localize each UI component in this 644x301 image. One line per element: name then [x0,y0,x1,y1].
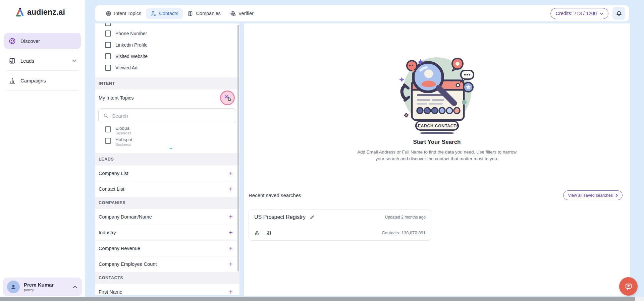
sidebar-item-label: Discover [20,38,40,44]
my-intent-topics-label: My Intent Topics [99,95,134,101]
tab-verifier[interactable]: Verifier [225,8,258,19]
cursor-pointer-icon [227,97,232,103]
top-navigation: Intent Topics Contacts Companies [95,5,629,21]
brand-name: audienz.ai [27,8,65,17]
view-all-saved-searches-button[interactable]: View all saved searches [563,190,623,200]
filter-panel-scrollbar[interactable] [237,25,239,272]
my-intent-topics-row[interactable]: My Intent Topics ✕ [95,89,239,106]
filter-row-company-domain-name[interactable]: Company Domain/Name + [95,209,239,225]
chevron-down-icon [600,12,603,15]
filter-row-company-employee-count[interactable]: Company Employee Count + [95,256,239,272]
clipped-checkbox-row [95,23,239,28]
checkbox-label: Visited Website [115,54,148,59]
checkbox[interactable] [105,65,111,71]
saved-search-card[interactable]: US Prospect Registry Updated 2 months ag… [249,209,431,241]
filter-row-contact-list[interactable]: Contact List + [95,181,239,197]
checkbox[interactable] [105,126,111,132]
sidebar-item-label: Leads [20,58,34,64]
filter-checkbox-phone-number[interactable]: Phone Number [95,28,239,39]
lock-open-icon[interactable] [254,230,260,236]
tab-intent-topics[interactable]: Intent Topics [101,8,146,19]
checkbox[interactable] [105,138,111,144]
filter-row-first-name[interactable]: First Name + [95,284,239,295]
plus-icon[interactable]: + [229,261,233,267]
divider [6,51,79,51]
filter-checkbox-linkedin-profile[interactable]: Linkedin Profile [95,39,239,51]
saved-search-contacts-count: Contacts: 138,870,891 [382,230,426,235]
section-header-contacts: CONTACTS [95,272,239,284]
main-content: SEARCH CONTACTS Start Your Search Add Em… [244,23,630,296]
chevron-down-icon [72,59,76,62]
sidebar-item-leads[interactable]: Leads [4,53,81,69]
filter-row-label: First Name [99,289,122,295]
filter-row-label: Company Domain/Name [99,214,152,220]
view-all-label: View all saved searches [568,193,613,198]
user-profile[interactable]: Prem Kumar portqii [3,278,82,296]
intent-search[interactable] [98,108,236,123]
bar-chart-icon [9,77,16,84]
notifications-button[interactable] [612,7,625,20]
svg-text:SEARCH CONTACTS: SEARCH CONTACTS [415,124,459,128]
grid-layout-icon[interactable] [266,230,271,236]
saved-searches-heading: Recent saved searches [249,192,301,198]
checkbox[interactable] [105,42,111,48]
tab-companies[interactable]: Companies [183,8,225,19]
filter-checkbox-viewed-ad[interactable]: Viewed Ad [95,62,239,73]
checkbox[interactable] [105,23,111,26]
topic-category: Business [115,142,132,146]
filter-row-company-revenue[interactable]: Company Revenue + [95,240,239,256]
plus-icon[interactable]: + [229,245,233,252]
horizontal-scrollbar[interactable] [0,297,644,301]
filter-row-industry[interactable]: Industry + [95,225,239,240]
topic-name: Hubspot [115,137,132,142]
brand-logo-icon [15,7,24,17]
compass-icon [9,38,16,45]
sidebar-item-campaigns[interactable]: Campaigns [4,72,81,88]
sidebar: audienz.ai Discover Leads [0,0,85,301]
grid-layout-icon [9,57,16,64]
target-icon [106,11,111,16]
filters-panel: Phone Number Linkedin Profile Visited We… [95,23,239,295]
checkbox-label: Phone Number [115,31,147,36]
filter-row-company-list[interactable]: Company List + [95,165,239,181]
search-contacts-illustration: SEARCH CONTACTS [388,50,486,134]
chat-widget-button[interactable] [619,277,638,296]
section-header-intent: INTENT [95,77,239,89]
checkbox[interactable] [105,31,111,37]
checkbox-label: Linkedin Profile [115,42,148,48]
plus-icon[interactable]: + [229,170,233,177]
empty-state: SEARCH CONTACTS Start Your Search Add Em… [244,50,630,163]
credits-dropdown[interactable]: Credits: 713 / 1200 [550,8,608,19]
credits-label: Credits: 713 / 1200 [555,11,597,16]
plus-icon[interactable]: + [229,214,233,220]
user-name: Prem Kumar [24,282,54,288]
scrollbar-thumb[interactable] [0,297,635,301]
divider [263,230,263,236]
edit-pencil-icon[interactable] [310,215,315,220]
intent-close-area: ✕ [220,91,235,105]
plus-icon[interactable]: + [229,289,233,295]
filter-checkbox-visited-website[interactable]: Visited Website [95,51,239,62]
sidebar-item-label: Campaigns [20,78,46,83]
sidebar-item-discover[interactable]: Discover [4,33,81,49]
intent-topic-eloqua[interactable]: Eloqua Business [95,126,239,137]
brand-logo: audienz.ai [0,0,85,17]
intent-topic-hubspot[interactable]: Hubspot Business [95,137,239,148]
saved-search-updated: Updated 2 months ago [385,215,426,220]
section-header-companies: COMPANIES [95,197,239,209]
checkbox[interactable] [105,53,111,59]
empty-state-title: Start Your Search [413,139,461,145]
divider [6,70,79,71]
tab-contacts[interactable]: Contacts [146,8,183,19]
section-header-leads: LEADS [95,153,239,165]
search-input[interactable] [112,113,231,119]
tab-label: Intent Topics [114,11,141,16]
saved-search-title: US Prospect Registry [254,214,306,220]
globe-check-icon [230,11,236,16]
loading-spinner-icon [167,144,173,150]
plus-icon[interactable]: + [229,186,233,192]
plus-icon[interactable]: + [229,229,233,236]
tab-label: Companies [196,11,220,16]
filter-row-label: Company List [99,171,128,176]
search-icon [103,113,109,118]
